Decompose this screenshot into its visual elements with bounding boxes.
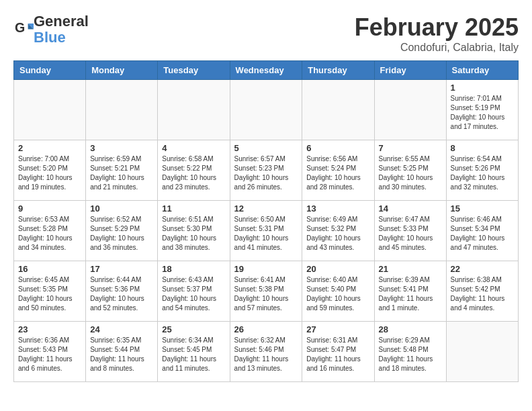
day-number: 28 xyxy=(379,324,442,334)
day-info: Sunrise: 6:56 AM Sunset: 5:24 PM Dayligh… xyxy=(306,154,369,192)
logo-text: GeneralBlue xyxy=(34,13,89,46)
calendar-week-3: 9Sunrise: 6:53 AM Sunset: 5:28 PM Daylig… xyxy=(14,201,519,261)
calendar-cell-w2-d3: 4Sunrise: 6:58 AM Sunset: 5:22 PM Daylig… xyxy=(158,140,230,201)
calendar-cell-w4-d3: 18Sunrise: 6:43 AM Sunset: 5:37 PM Dayli… xyxy=(158,261,230,322)
day-info: Sunrise: 6:58 AM Sunset: 5:22 PM Dayligh… xyxy=(162,154,225,192)
day-number: 20 xyxy=(306,264,369,274)
calendar-week-4: 16Sunrise: 6:45 AM Sunset: 5:35 PM Dayli… xyxy=(14,261,519,322)
calendar-cell-w2-d5: 6Sunrise: 6:56 AM Sunset: 5:24 PM Daylig… xyxy=(302,140,374,201)
calendar-cell-w3-d3: 11Sunrise: 6:51 AM Sunset: 5:30 PM Dayli… xyxy=(158,201,230,261)
header-sunday: Sunday xyxy=(14,61,86,80)
day-info: Sunrise: 6:51 AM Sunset: 5:30 PM Dayligh… xyxy=(162,215,225,253)
calendar-cell-w2-d4: 5Sunrise: 6:57 AM Sunset: 5:23 PM Daylig… xyxy=(230,140,302,201)
day-info: Sunrise: 6:45 AM Sunset: 5:35 PM Dayligh… xyxy=(18,275,81,313)
calendar-cell-w1-d7: 1Sunrise: 7:01 AM Sunset: 5:19 PM Daylig… xyxy=(446,80,518,140)
header-friday: Friday xyxy=(374,61,446,80)
header-tuesday: Tuesday xyxy=(158,61,230,80)
day-info: Sunrise: 6:52 AM Sunset: 5:29 PM Dayligh… xyxy=(90,215,153,253)
day-number: 27 xyxy=(306,324,369,334)
calendar-cell-w1-d1 xyxy=(14,80,86,140)
calendar-cell-w2-d6: 7Sunrise: 6:55 AM Sunset: 5:25 PM Daylig… xyxy=(374,140,446,201)
day-info: Sunrise: 6:54 AM Sunset: 5:26 PM Dayligh… xyxy=(451,154,514,192)
calendar-header-row: Sunday Monday Tuesday Wednesday Thursday… xyxy=(14,61,519,80)
day-info: Sunrise: 6:40 AM Sunset: 5:40 PM Dayligh… xyxy=(306,275,369,313)
calendar-cell-w5-d7 xyxy=(446,322,518,382)
calendar-week-5: 23Sunrise: 6:36 AM Sunset: 5:43 PM Dayli… xyxy=(14,322,519,382)
header-thursday: Thursday xyxy=(302,61,374,80)
day-info: Sunrise: 6:43 AM Sunset: 5:37 PM Dayligh… xyxy=(162,275,225,313)
day-info: Sunrise: 6:32 AM Sunset: 5:46 PM Dayligh… xyxy=(234,336,298,373)
month-title: February 2025 xyxy=(355,13,519,42)
day-info: Sunrise: 6:59 AM Sunset: 5:21 PM Dayligh… xyxy=(90,154,153,192)
calendar-cell-w3-d6: 14Sunrise: 6:47 AM Sunset: 5:33 PM Dayli… xyxy=(374,201,446,261)
calendar-cell-w1-d3 xyxy=(158,80,230,140)
day-number: 8 xyxy=(451,143,514,153)
day-number: 25 xyxy=(162,324,225,334)
calendar-cell-w1-d2 xyxy=(86,80,158,140)
calendar-cell-w4-d5: 20Sunrise: 6:40 AM Sunset: 5:40 PM Dayli… xyxy=(302,261,374,322)
calendar-cell-w5-d1: 23Sunrise: 6:36 AM Sunset: 5:43 PM Dayli… xyxy=(14,322,86,382)
calendar-cell-w5-d3: 25Sunrise: 6:34 AM Sunset: 5:45 PM Dayli… xyxy=(158,322,230,382)
calendar-cell-w1-d6 xyxy=(374,80,446,140)
day-number: 2 xyxy=(18,143,81,153)
day-info: Sunrise: 7:01 AM Sunset: 5:19 PM Dayligh… xyxy=(451,94,514,132)
logo-icon: G xyxy=(15,19,34,38)
day-info: Sunrise: 6:55 AM Sunset: 5:25 PM Dayligh… xyxy=(379,154,442,192)
calendar-cell-w3-d4: 12Sunrise: 6:50 AM Sunset: 5:31 PM Dayli… xyxy=(230,201,302,261)
day-info: Sunrise: 6:47 AM Sunset: 5:33 PM Dayligh… xyxy=(379,215,442,253)
day-info: Sunrise: 6:41 AM Sunset: 5:38 PM Dayligh… xyxy=(234,275,298,313)
calendar-cell-w5-d5: 27Sunrise: 6:31 AM Sunset: 5:47 PM Dayli… xyxy=(302,322,374,382)
calendar-week-1: 1Sunrise: 7:01 AM Sunset: 5:19 PM Daylig… xyxy=(14,80,519,140)
day-info: Sunrise: 6:57 AM Sunset: 5:23 PM Dayligh… xyxy=(234,154,298,192)
calendar-cell-w3-d5: 13Sunrise: 6:49 AM Sunset: 5:32 PM Dayli… xyxy=(302,201,374,261)
calendar-cell-w5-d4: 26Sunrise: 6:32 AM Sunset: 5:46 PM Dayli… xyxy=(230,322,302,382)
calendar-cell-w2-d2: 3Sunrise: 6:59 AM Sunset: 5:21 PM Daylig… xyxy=(86,140,158,201)
day-number: 21 xyxy=(379,264,442,274)
day-info: Sunrise: 6:39 AM Sunset: 5:41 PM Dayligh… xyxy=(379,275,442,313)
day-number: 13 xyxy=(306,203,369,214)
calendar-table: Sunday Monday Tuesday Wednesday Thursday… xyxy=(13,60,519,382)
calendar-cell-w5-d2: 24Sunrise: 6:35 AM Sunset: 5:44 PM Dayli… xyxy=(86,322,158,382)
logo-blue-text: Blue xyxy=(34,29,66,46)
day-number: 3 xyxy=(90,143,153,153)
calendar-cell-w4-d2: 17Sunrise: 6:44 AM Sunset: 5:36 PM Dayli… xyxy=(86,261,158,322)
day-info: Sunrise: 6:34 AM Sunset: 5:45 PM Dayligh… xyxy=(162,336,225,373)
calendar-cell-w3-d2: 10Sunrise: 6:52 AM Sunset: 5:29 PM Dayli… xyxy=(86,201,158,261)
calendar-cell-w4-d7: 22Sunrise: 6:38 AM Sunset: 5:42 PM Dayli… xyxy=(446,261,518,322)
day-number: 15 xyxy=(451,203,514,214)
day-number: 9 xyxy=(18,203,81,214)
header-wednesday: Wednesday xyxy=(230,61,302,80)
calendar-week-2: 2Sunrise: 7:00 AM Sunset: 5:20 PM Daylig… xyxy=(14,140,519,201)
calendar-cell-w5-d6: 28Sunrise: 6:29 AM Sunset: 5:48 PM Dayli… xyxy=(374,322,446,382)
calendar-cell-w1-d5 xyxy=(302,80,374,140)
day-number: 7 xyxy=(379,143,442,153)
header-monday: Monday xyxy=(86,61,158,80)
calendar-cell-w2-d7: 8Sunrise: 6:54 AM Sunset: 5:26 PM Daylig… xyxy=(446,140,518,201)
day-number: 19 xyxy=(234,264,298,274)
day-info: Sunrise: 6:46 AM Sunset: 5:34 PM Dayligh… xyxy=(451,215,514,253)
day-number: 5 xyxy=(234,143,298,153)
day-info: Sunrise: 6:29 AM Sunset: 5:48 PM Dayligh… xyxy=(379,336,442,373)
location-title: Condofuri, Calabria, Italy xyxy=(355,42,519,54)
day-info: Sunrise: 6:31 AM Sunset: 5:47 PM Dayligh… xyxy=(306,336,369,373)
day-number: 4 xyxy=(162,143,225,153)
calendar-cell-w1-d4 xyxy=(230,80,302,140)
day-number: 18 xyxy=(162,264,225,274)
day-number: 11 xyxy=(162,203,225,214)
day-info: Sunrise: 6:53 AM Sunset: 5:28 PM Dayligh… xyxy=(18,215,81,253)
title-area: February 2025 Condofuri, Calabria, Italy xyxy=(355,13,519,54)
day-number: 17 xyxy=(90,264,153,274)
day-number: 22 xyxy=(451,264,514,274)
day-info: Sunrise: 7:00 AM Sunset: 5:20 PM Dayligh… xyxy=(18,154,81,192)
day-info: Sunrise: 6:49 AM Sunset: 5:32 PM Dayligh… xyxy=(306,215,369,253)
day-number: 23 xyxy=(18,324,81,334)
calendar-cell-w4-d1: 16Sunrise: 6:45 AM Sunset: 5:35 PM Dayli… xyxy=(14,261,86,322)
day-number: 24 xyxy=(90,324,153,334)
calendar-cell-w2-d1: 2Sunrise: 7:00 AM Sunset: 5:20 PM Daylig… xyxy=(14,140,86,201)
logo: G GeneralBlue xyxy=(13,13,89,46)
day-info: Sunrise: 6:50 AM Sunset: 5:31 PM Dayligh… xyxy=(234,215,298,253)
day-info: Sunrise: 6:35 AM Sunset: 5:44 PM Dayligh… xyxy=(90,336,153,373)
calendar-cell-w3-d1: 9Sunrise: 6:53 AM Sunset: 5:28 PM Daylig… xyxy=(14,201,86,261)
day-number: 6 xyxy=(306,143,369,153)
day-number: 16 xyxy=(18,264,81,274)
